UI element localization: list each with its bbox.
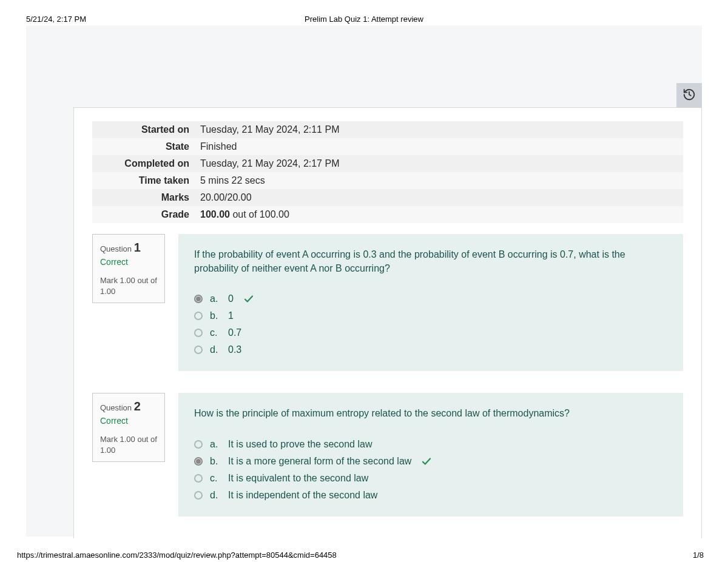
radio-icon[interactable]: [194, 457, 203, 466]
question-1-answers: a. 0 b. 1 c. 0.7: [194, 293, 667, 355]
radio-icon[interactable]: [194, 440, 203, 449]
answer-2a: a. It is used to prove the second law: [194, 439, 667, 450]
grade-value: 100.00 out of 100.00: [195, 206, 683, 223]
time-taken-label: Time taken: [92, 172, 195, 189]
answer-text: 0: [228, 293, 234, 304]
question-status: Correct: [100, 416, 157, 426]
answer-letter: c.: [210, 473, 221, 484]
question-1-text: If the probability of event A occurring …: [194, 247, 667, 275]
summary-row-marks: Marks 20.00/20.00: [92, 189, 683, 206]
answer-text: It is equivalent to the second law: [228, 473, 368, 484]
answer-1a: a. 0: [194, 293, 667, 304]
grade-value-bold: 100.00: [200, 209, 230, 219]
check-icon: [243, 293, 254, 304]
started-on-label: Started on: [92, 121, 195, 138]
answer-2b: b. It is a more general form of the seco…: [194, 456, 667, 467]
review-card: Started on Tuesday, 21 May 2024, 2:11 PM…: [73, 107, 702, 538]
answer-text: 1: [228, 310, 234, 321]
answer-letter: b.: [210, 456, 221, 467]
answer-text: It is used to prove the second law: [228, 439, 372, 450]
print-url: https://trimestral.amaesonline.com/2333/…: [17, 550, 337, 560]
state-value: Finished: [195, 138, 683, 155]
completed-on-value: Tuesday, 21 May 2024, 2:17 PM: [195, 155, 683, 172]
question-label: Question: [100, 403, 132, 412]
question-2-body: How is the principle of maximum entropy …: [178, 393, 683, 516]
answer-letter: a.: [210, 439, 221, 450]
radio-icon[interactable]: [194, 474, 203, 483]
summary-row-started: Started on Tuesday, 21 May 2024, 2:11 PM: [92, 121, 683, 138]
question-2-answers: a. It is used to prove the second law b.…: [194, 439, 667, 501]
summary-table: Started on Tuesday, 21 May 2024, 2:11 PM…: [92, 121, 683, 223]
radio-icon[interactable]: [194, 329, 203, 337]
answer-letter: b.: [210, 310, 221, 321]
question-2-info: Question 2 Correct Mark 1.00 out of 1.00: [92, 393, 165, 462]
question-mark: Mark 1.00 out of 1.00: [100, 434, 157, 455]
question-number: 1: [134, 241, 141, 254]
print-page: 1/8: [693, 550, 704, 560]
question-1-block: Question 1 Correct Mark 1.00 out of 1.00…: [92, 234, 683, 371]
history-icon: [682, 88, 696, 104]
check-icon: [421, 456, 432, 467]
answer-letter: a.: [210, 293, 221, 304]
question-status: Correct: [100, 257, 157, 267]
answer-text: 0.7: [228, 327, 241, 338]
state-label: State: [92, 138, 195, 155]
question-1-body: If the probability of event A occurring …: [178, 234, 683, 371]
summary-row-completed: Completed on Tuesday, 21 May 2024, 2:17 …: [92, 155, 683, 172]
marks-label: Marks: [92, 189, 195, 206]
question-2-text: How is the principle of maximum entropy …: [194, 406, 667, 420]
question-1-info: Question 1 Correct Mark 1.00 out of 1.00: [92, 234, 165, 303]
grade-value-rest: out of 100.00: [230, 209, 289, 219]
answer-text: 0.3: [228, 344, 241, 355]
answer-text: It is independent of the second law: [228, 490, 377, 501]
question-label: Question: [100, 244, 132, 253]
grade-label: Grade: [92, 206, 195, 223]
marks-value: 20.00/20.00: [195, 189, 683, 206]
radio-icon[interactable]: [194, 491, 203, 500]
print-title: Prelim Lab Quiz 1: Attempt review: [0, 15, 728, 24]
answer-letter: c.: [210, 327, 221, 338]
radio-icon[interactable]: [194, 295, 203, 303]
answer-2d: d. It is independent of the second law: [194, 490, 667, 501]
completed-on-label: Completed on: [92, 155, 195, 172]
answer-letter: d.: [210, 344, 221, 355]
answer-1b: b. 1: [194, 310, 667, 321]
answer-letter: d.: [210, 490, 221, 501]
answer-1c: c. 0.7: [194, 327, 667, 338]
question-mark: Mark 1.00 out of 1.00: [100, 275, 157, 296]
summary-row-state: State Finished: [92, 138, 683, 155]
radio-icon[interactable]: [194, 312, 203, 320]
started-on-value: Tuesday, 21 May 2024, 2:11 PM: [195, 121, 683, 138]
page-background: Started on Tuesday, 21 May 2024, 2:11 PM…: [26, 25, 702, 537]
answer-1d: d. 0.3: [194, 344, 667, 355]
answer-2c: c. It is equivalent to the second law: [194, 473, 667, 484]
summary-row-time: Time taken 5 mins 22 secs: [92, 172, 683, 189]
answer-text: It is a more general form of the second …: [228, 456, 411, 467]
time-taken-value: 5 mins 22 secs: [195, 172, 683, 189]
question-2-block: Question 2 Correct Mark 1.00 out of 1.00…: [92, 393, 683, 516]
radio-icon[interactable]: [194, 346, 203, 354]
summary-row-grade: Grade 100.00 out of 100.00: [92, 206, 683, 223]
question-number: 2: [134, 400, 141, 413]
history-button[interactable]: [676, 83, 702, 109]
